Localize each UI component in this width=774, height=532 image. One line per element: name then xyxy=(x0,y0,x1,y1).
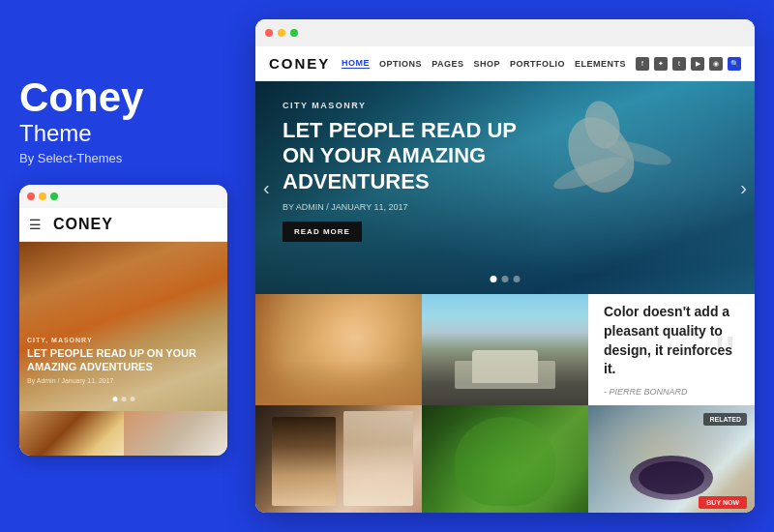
grid-cell-road xyxy=(422,294,588,405)
grid-cell-plants xyxy=(422,405,588,513)
nav-item-options[interactable]: OPTIONS xyxy=(379,59,422,69)
nav-item-elements[interactable]: ELEMENTS xyxy=(575,59,626,69)
quote-text: Color doesn't add a pleasant quality to … xyxy=(604,303,739,378)
mobile-dots xyxy=(112,397,134,401)
desktop-dot-red xyxy=(265,29,273,37)
swimmer-decoration xyxy=(542,96,677,270)
grid-cell-food-top xyxy=(255,294,422,405)
social-twitter-icon[interactable]: t xyxy=(672,57,686,71)
mobile-thumb-food xyxy=(19,411,124,456)
grid-cell-food-bottom: RELATED BUY NOW xyxy=(588,405,755,513)
grid-cell-quote: Color doesn't add a pleasant quality to … xyxy=(588,294,755,405)
mobile-mockup: ☰ CONEY CITY, MASONRY LET PEOPLE READ UP… xyxy=(19,185,227,456)
desktop-grid: Color doesn't add a pleasant quality to … xyxy=(255,294,755,513)
hamburger-icon: ☰ xyxy=(29,217,42,232)
desktop-dot-yellow xyxy=(278,29,285,37)
social-youtube-icon[interactable]: ▶ xyxy=(691,57,704,71)
mobile-headline: LET PEOPLE READ UP ON YOUR AMAZING ADVEN… xyxy=(27,346,220,374)
hero-prev-arrow[interactable]: ‹ xyxy=(263,177,270,199)
hero-next-arrow[interactable]: › xyxy=(740,177,747,199)
mobile-hero: CITY, MASONRY LET PEOPLE READ UP ON YOUR… xyxy=(19,242,227,411)
hero-content: CITY MASONRY LET PEOPLE READ UPON YOUR A… xyxy=(283,101,517,242)
left-panel: Coney Theme By Select-Themes ☰ CONEY CIT… xyxy=(19,77,232,456)
social-rss-icon[interactable]: ◉ xyxy=(709,57,723,71)
theme-title: Coney xyxy=(19,77,232,118)
quote-block: Color doesn't add a pleasant quality to … xyxy=(604,303,739,396)
hero-read-more-button[interactable]: READ MORE xyxy=(283,222,362,242)
hero-dot-2[interactable] xyxy=(502,276,509,282)
nav-item-shop[interactable]: SHOP xyxy=(473,59,500,69)
nav-item-home[interactable]: HOME xyxy=(342,58,370,69)
desktop-top-bar xyxy=(255,19,755,46)
mobile-logo: CONEY xyxy=(53,216,113,233)
grid-cell-people xyxy=(255,405,422,513)
desktop-nav: CONEY HOME OPTIONS PAGES SHOP PORTFOLIO … xyxy=(255,46,755,81)
hero-tag: CITY MASONRY xyxy=(283,101,517,110)
mobile-dot-3 xyxy=(130,397,134,401)
desktop-logo: CONEY xyxy=(269,55,330,72)
mobile-tag: CITY, MASONRY xyxy=(27,337,220,343)
theme-subtitle: Theme xyxy=(19,120,232,147)
mobile-nav: ☰ CONEY xyxy=(19,208,227,242)
mobile-thumb-coffee xyxy=(124,411,228,456)
mobile-dot-1 xyxy=(112,397,117,401)
theme-by: By Select-Themes xyxy=(19,151,232,165)
hero-dot-3[interactable] xyxy=(514,276,521,282)
dot-green xyxy=(50,192,58,200)
desktop-nav-social: f ✦ t ▶ ◉ 🔍 xyxy=(636,57,741,71)
desktop-hero: CITY MASONRY LET PEOPLE READ UPON YOUR A… xyxy=(255,81,755,294)
mobile-grid xyxy=(19,411,227,456)
desktop-dot-green xyxy=(290,29,298,37)
hero-dot-1[interactable] xyxy=(491,276,497,282)
mobile-top-bar xyxy=(19,185,227,208)
social-facebook-icon[interactable]: f xyxy=(636,57,649,71)
hero-meta: BY ADMIN / JANUARY 11, 2017 xyxy=(283,202,517,212)
badge-related[interactable]: RELATED xyxy=(703,413,747,426)
badge-buy-now[interactable]: BUY NOW xyxy=(699,496,747,509)
desktop-mockup: CONEY HOME OPTIONS PAGES SHOP PORTFOLIO … xyxy=(255,19,755,513)
desktop-nav-items: HOME OPTIONS PAGES SHOP PORTFOLIO ELEMEN… xyxy=(342,58,626,69)
mobile-meta: By Admin / January 11, 2017 xyxy=(27,377,220,384)
nav-item-pages[interactable]: PAGES xyxy=(432,59,463,69)
theme-title-block: Coney Theme By Select-Themes xyxy=(19,77,232,165)
nav-item-portfolio[interactable]: PORTFOLIO xyxy=(510,59,565,69)
hero-headline: LET PEOPLE READ UPON YOUR AMAZINGADVENTU… xyxy=(283,118,517,194)
social-search-icon[interactable]: 🔍 xyxy=(728,57,741,71)
dot-red xyxy=(27,192,35,200)
mobile-hero-content: CITY, MASONRY LET PEOPLE READ UP ON YOUR… xyxy=(27,337,220,384)
hero-dots xyxy=(491,276,521,282)
dot-yellow xyxy=(39,192,46,200)
mobile-dot-2 xyxy=(121,397,126,401)
quote-author: - PIERRE BONNARD xyxy=(604,387,739,397)
social-instagram-icon[interactable]: ✦ xyxy=(654,57,668,71)
